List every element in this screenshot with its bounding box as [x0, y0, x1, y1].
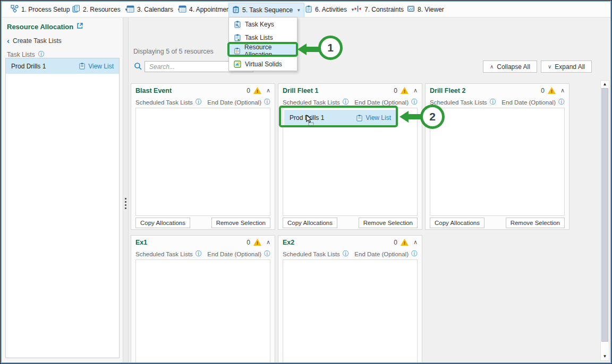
nav-label: 6. Activities	[315, 6, 347, 13]
resource-card-ex2: Ex2 0 ∧ Scheduled Task Listsⓘ End Date (…	[278, 235, 422, 362]
step-number: 2	[429, 110, 436, 123]
task-list-name: Prod Drills 1	[11, 63, 46, 70]
annotation-step-badge-2: 2	[420, 105, 445, 129]
nav-item-task-sequence[interactable]: 5. Task Sequence ▼	[228, 3, 304, 17]
task-list-item-prod-drills-1[interactable]: Prod Drills 1 View List	[6, 58, 119, 74]
section-label: Task Lists	[7, 51, 35, 58]
collapse-card-icon[interactable]: ∧	[560, 87, 565, 94]
info-icon[interactable]: ⓘ	[411, 249, 418, 258]
end-date-col-label: End Date (Optional)	[354, 251, 409, 257]
search-icon	[134, 62, 142, 73]
vertical-scrollbar[interactable]: ▲ ▼	[600, 80, 609, 361]
menu-item-task-keys[interactable]: Task Keys	[229, 18, 297, 31]
chevron-left-icon: ‹	[7, 37, 10, 45]
remove-selection-button[interactable]: Remove Selection	[211, 218, 270, 228]
warning-icon	[548, 87, 556, 94]
warning-icon	[401, 239, 409, 246]
allocation-count: 0	[394, 239, 397, 246]
app-frame: 1. Process Setup ▼ 2. Resources ▼ 3. Cal…	[1, 1, 611, 363]
back-link-create-task-lists[interactable]: ‹ Create Task Lists	[7, 37, 62, 45]
warning-icon	[401, 87, 409, 94]
info-icon[interactable]: ⓘ	[558, 98, 565, 107]
nav-label: 1. Process Setup	[21, 6, 70, 13]
clipboard-icon	[79, 63, 86, 70]
card-title: Drill Fleet 2	[430, 87, 541, 94]
resource-card-ex1: Ex1 0 ∧ Scheduled Task Listsⓘ End Date (…	[131, 235, 275, 362]
collapse-all-label: Collapse All	[497, 63, 530, 71]
copy-allocations-button[interactable]: Copy Allocations	[430, 218, 484, 228]
annotation-highlight-box-1	[227, 42, 298, 57]
allocation-drop-zone[interactable]	[430, 108, 565, 216]
resource-card-drill-fleet-2: Drill Fleet 2 0 ∧ Scheduled Task Listsⓘ …	[425, 83, 570, 230]
card-title: Ex1	[135, 239, 246, 246]
nav-item-resources[interactable]: 2. Resources ▼	[69, 2, 132, 18]
scheduled-col-label: Scheduled Task Lists	[135, 251, 193, 257]
chevron-up-icon: ∧	[490, 64, 494, 70]
warning-icon	[253, 87, 261, 94]
expand-collapse-actions: ∧Collapse All ∨Expand All	[483, 60, 592, 73]
task-lists-panel: Prod Drills 1 View List	[5, 58, 120, 358]
info-icon[interactable]: ⓘ	[264, 249, 270, 258]
drag-cursor-icon	[304, 114, 315, 128]
scrollbar-thumb[interactable]	[601, 88, 608, 342]
nav-item-viewer[interactable]: 8. Viewer	[404, 2, 447, 18]
scheduled-col-label: Scheduled Task Lists	[283, 251, 340, 257]
page-title-label: Resource Allocation	[7, 23, 73, 31]
info-icon[interactable]: ⓘ	[264, 98, 270, 107]
allocation-drop-zone[interactable]	[283, 259, 418, 362]
info-icon[interactable]: ⓘ	[490, 98, 496, 107]
menu-item-virtual-solids[interactable]: Virtual Solids	[229, 57, 297, 71]
annotation-arrow-shaft-2	[407, 114, 421, 119]
nav-label: 5. Task Sequence	[242, 6, 293, 14]
collapse-card-icon[interactable]: ∧	[266, 87, 270, 94]
card-title: Blast Event	[135, 87, 246, 94]
remove-selection-button[interactable]: Remove Selection	[359, 218, 418, 228]
collapse-card-icon[interactable]: ∧	[266, 239, 270, 246]
external-link-icon[interactable]	[76, 22, 83, 31]
books-icon	[72, 5, 80, 14]
card-title: Ex2	[283, 239, 394, 246]
task-lists-icon	[234, 34, 241, 41]
collapse-card-icon[interactable]: ∧	[413, 239, 418, 246]
expand-all-button[interactable]: ∨Expand All	[541, 60, 592, 73]
expand-all-label: Expand All	[555, 63, 585, 71]
collapse-card-icon[interactable]: ∧	[413, 87, 418, 94]
dropdown-caret-icon: ▼	[296, 8, 301, 13]
end-date-col-label: End Date (Optional)	[354, 99, 409, 106]
info-icon[interactable]: ⓘ	[196, 98, 202, 107]
allocation-count: 0	[246, 239, 250, 246]
top-nav-bar: 1. Process Setup ▼ 2. Resources ▼ 3. Cal…	[2, 2, 610, 18]
nav-label: 3. Calendars	[137, 6, 173, 13]
copy-allocations-button[interactable]: Copy Allocations	[283, 218, 337, 228]
nav-item-activities[interactable]: 6. Activities ▼	[302, 2, 358, 18]
allocation-count: 0	[394, 87, 397, 94]
allocation-drop-zone[interactable]	[135, 259, 270, 362]
flowchart-icon	[11, 5, 19, 14]
splitter-grip-icon	[125, 198, 126, 209]
main-content: Displaying 5 of 5 resources ∧Collapse Al…	[129, 18, 610, 362]
virtual-solids-icon	[234, 60, 241, 68]
nav-label: 2. Resources	[83, 6, 121, 13]
scroll-up-icon[interactable]: ▲	[601, 81, 609, 88]
card-title: Drill Fleet 1	[283, 87, 394, 94]
scroll-down-icon[interactable]: ▼	[601, 353, 609, 360]
clipboard-icon	[232, 6, 240, 15]
task-keys-icon	[234, 21, 241, 28]
view-list-link[interactable]: View List	[79, 63, 114, 70]
resource-card-blast-event: Blast Event 0 ∧ Scheduled Task Listsⓘ En…	[131, 83, 275, 230]
info-icon[interactable]: ⓘ	[196, 249, 202, 258]
remove-selection-button[interactable]: Remove Selection	[506, 218, 565, 228]
copy-allocations-button[interactable]: Copy Allocations	[135, 218, 190, 228]
nav-label: 8. Viewer	[418, 6, 444, 13]
info-icon[interactable]: ⓘ	[343, 249, 349, 258]
allocation-drop-zone[interactable]	[135, 108, 270, 216]
scheduled-col-label: Scheduled Task Lists	[283, 99, 340, 106]
annotation-step-badge-1: 1	[318, 36, 343, 60]
sidebar: Resource Allocation ‹ Create Task Lists …	[2, 18, 123, 362]
collapse-all-button[interactable]: ∧Collapse All	[483, 60, 537, 73]
info-icon[interactable]: ⓘ	[411, 98, 418, 107]
app-window: 1. Process Setup ▼ 2. Resources ▼ 3. Cal…	[0, 0, 612, 364]
sidebar-splitter[interactable]	[123, 18, 129, 362]
menu-item-label: Task Keys	[245, 21, 274, 28]
page-title: Resource Allocation	[7, 22, 83, 31]
